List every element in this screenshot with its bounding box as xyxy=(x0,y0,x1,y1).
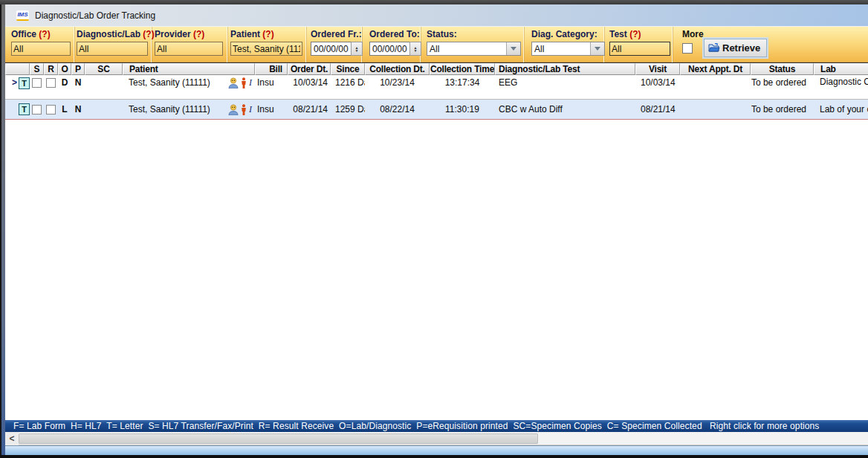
filter-separator xyxy=(227,27,227,62)
horizontal-scrollbar[interactable]: < xyxy=(5,432,868,445)
office-label: Office xyxy=(11,29,36,39)
more-label: More xyxy=(682,29,704,39)
patient-avatar-icon[interactable] xyxy=(228,77,239,88)
retrieve-button[interactable]: Retrieve xyxy=(704,39,767,57)
o-flag: L xyxy=(58,100,71,119)
column-header-o[interactable]: O xyxy=(58,63,71,75)
test-input[interactable] xyxy=(609,42,670,56)
s-checkbox[interactable] xyxy=(32,105,42,115)
insurance-i-icon: I xyxy=(249,104,252,115)
diagnostic-lab-label: Diagnostic/Lab xyxy=(77,29,140,39)
filter-toolbar: Office (?) Diagnostic/Lab (?) Provider (… xyxy=(5,27,868,62)
column-header-bill[interactable]: Bill xyxy=(255,63,288,75)
patient-name: Test, Saanity (11111) xyxy=(123,77,228,88)
column-header-order-dt[interactable]: Order Dt. xyxy=(288,63,331,75)
office-help-link[interactable]: (?) xyxy=(39,29,50,39)
patient-label: Patient xyxy=(230,29,260,39)
ordered-to-input[interactable] xyxy=(369,42,409,56)
ordered-from-input[interactable] xyxy=(311,42,351,56)
ordered-to-spinner[interactable]: ▲ ▼ xyxy=(409,42,421,56)
test-help-link[interactable]: (?) xyxy=(629,29,641,39)
status-cell: To be ordered xyxy=(751,100,814,119)
status-cell: To be ordered xyxy=(751,75,814,99)
window-bottom-border xyxy=(0,455,868,458)
column-header-patient[interactable]: Patient xyxy=(123,63,255,75)
diagnostic-lab-filter-group: Diagnostic/Lab (?) xyxy=(77,29,155,56)
collection-time-cell: 11:30:19 xyxy=(430,100,495,119)
since-cell: 1216 Days xyxy=(331,75,365,99)
order-date-cell: 10/03/14 xyxy=(288,75,331,99)
patient-avatar-icon[interactable] xyxy=(228,104,239,115)
next-appt-cell xyxy=(680,75,751,99)
app-window: IMS Diagnostic/Lab Order Tracking Office… xyxy=(0,0,868,458)
grid-empty-area xyxy=(5,120,868,420)
diag-category-filter-group: Diag. Category: All xyxy=(531,29,605,56)
spin-down-icon[interactable]: ▼ xyxy=(355,49,359,52)
diag-category-label: Diag. Category: xyxy=(531,29,605,41)
scrollbar-thumb[interactable] xyxy=(19,433,538,444)
diagnostic-lab-input[interactable] xyxy=(77,42,148,56)
column-header-lab[interactable]: Lab xyxy=(814,63,868,75)
next-appt-cell xyxy=(680,100,751,119)
ordered-from-label: Ordered Fr.: xyxy=(311,29,363,41)
p-flag: N xyxy=(71,75,85,99)
s-checkbox[interactable] xyxy=(32,78,42,88)
selected-row-indicator-icon: > xyxy=(12,77,18,88)
insurance-person-icon[interactable] xyxy=(241,77,247,88)
column-header-collection-time[interactable]: Collection Time xyxy=(430,63,495,75)
r-checkbox[interactable] xyxy=(46,78,56,88)
scroll-left-arrow-icon[interactable]: < xyxy=(5,432,19,445)
since-cell: 1259 Days xyxy=(331,100,365,119)
column-header-since[interactable]: Since xyxy=(331,63,365,75)
sc-cell xyxy=(85,100,123,119)
filter-separator xyxy=(305,27,306,62)
diagnostic-lab-help-link[interactable]: (?) xyxy=(143,29,154,39)
column-header-diagnostic-lab-test[interactable]: Diagnostic/Lab Test xyxy=(495,63,635,75)
status-dropdown-button[interactable] xyxy=(506,42,520,55)
order-grid-body: > T D N Test, Saanity (11111) xyxy=(5,75,868,420)
table-row[interactable]: T L N Test, Saanity (11111) xyxy=(5,100,868,120)
r-checkbox[interactable] xyxy=(46,105,56,115)
column-header-collection-dt[interactable]: Collection Dt. xyxy=(365,63,430,75)
diagnostic-lab-test-cell: CBC w Auto Diff xyxy=(495,100,635,119)
form-type-badge: T xyxy=(19,103,30,115)
collection-date-cell: 08/22/14 xyxy=(365,100,430,119)
chevron-down-icon xyxy=(511,47,516,51)
filter-separator xyxy=(523,27,524,62)
column-header-status[interactable]: Status xyxy=(751,63,814,75)
provider-input[interactable] xyxy=(155,42,223,56)
diagnostic-lab-test-cell: EEG xyxy=(495,75,635,99)
insurance-person-icon[interactable] xyxy=(241,104,247,115)
provider-help-link[interactable]: (?) xyxy=(193,29,204,39)
collection-date-cell: 10/23/14 xyxy=(365,75,430,99)
sc-cell xyxy=(85,75,123,99)
patient-input[interactable] xyxy=(230,42,302,56)
diag-category-value: All xyxy=(532,42,590,55)
p-flag: N xyxy=(71,100,85,119)
filter-separator xyxy=(74,27,74,62)
column-header-p[interactable]: P xyxy=(71,63,85,75)
ordered-from-spinner[interactable]: ▲ ▼ xyxy=(351,42,363,56)
patient-filter-group: Patient (?) xyxy=(230,29,302,56)
diag-category-dropdown[interactable]: All xyxy=(531,42,605,56)
office-input[interactable] xyxy=(11,42,71,56)
status-dropdown[interactable]: All xyxy=(427,42,521,56)
more-checkbox[interactable] xyxy=(682,43,693,54)
ordered-to-label: Ordered To: xyxy=(369,29,421,41)
status-label: Status: xyxy=(427,29,521,41)
filter-separator xyxy=(672,27,673,62)
column-header-indicator[interactable] xyxy=(5,63,30,75)
column-header-s[interactable]: S xyxy=(30,63,44,75)
column-header-next-appt-dt[interactable]: Next Appt. Dt xyxy=(680,63,751,75)
grid-column-headers: S R O P SC Patient Bill Order Dt. Since … xyxy=(5,63,868,75)
patient-help-link[interactable]: (?) xyxy=(262,29,273,39)
table-row[interactable]: > T D N Test, Saanity (11111) xyxy=(5,75,868,100)
column-header-visit[interactable]: Visit xyxy=(635,63,680,75)
legend-bar: F= Lab Form H= HL7 T= Letter S= HL7 Tran… xyxy=(5,420,868,432)
chevron-down-icon xyxy=(595,47,600,51)
column-header-r[interactable]: R xyxy=(44,63,58,75)
spin-down-icon[interactable]: ▼ xyxy=(414,49,418,52)
column-header-sc[interactable]: SC xyxy=(85,63,123,75)
diag-category-dropdown-button[interactable] xyxy=(590,42,604,55)
title-bar[interactable]: IMS Diagnostic/Lab Order Tracking xyxy=(5,4,868,27)
